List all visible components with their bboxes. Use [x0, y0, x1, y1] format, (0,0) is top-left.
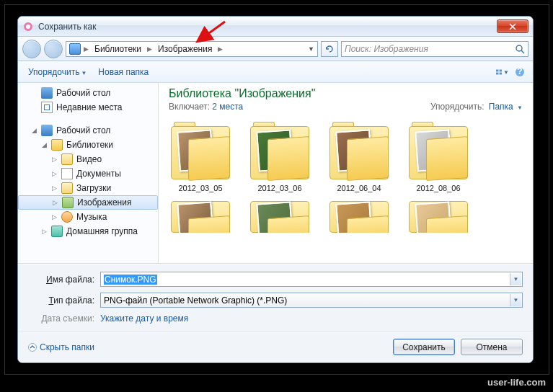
expand-icon[interactable]: ▷ [52, 199, 58, 206]
help-icon: ? [515, 67, 525, 77]
watermark: user-life.com [487, 377, 546, 388]
chevron-down-icon[interactable]: ▼ [510, 273, 521, 285]
folder-item[interactable] [169, 201, 232, 233]
close-icon [509, 23, 516, 30]
file-fields-panel: Имя файла: Снимок.PNG ▼ Тип файла: PNG-ф… [18, 264, 533, 331]
homegroup-icon [51, 226, 63, 237]
svg-rect-7 [500, 73, 502, 75]
library-title: Библиотека "Изображения" [169, 87, 523, 100]
refresh-icon [325, 45, 334, 53]
navigation-tree: Рабочий стол Недавние места ◢Рабочий сто… [18, 83, 159, 263]
chevron-right-icon: ▶ [216, 45, 224, 53]
folder-item[interactable]: 2012_03_06 [248, 126, 311, 192]
app-icon [22, 21, 34, 32]
toolbar: Упорядочить▼ Новая папка ▼ ? [18, 61, 533, 83]
folder-view[interactable]: Библиотека "Изображения" Включает: 2 мес… [159, 83, 533, 263]
hide-folders-button[interactable]: Скрыть папки [28, 342, 94, 352]
navigation-bar: ▶ Библиотеки ▶ Изображения ▶ ▼ Поиск: Из… [18, 37, 533, 61]
document-icon [61, 168, 73, 179]
close-button[interactable] [497, 19, 528, 33]
help-button[interactable]: ? [513, 65, 527, 79]
dialog-footer: Скрыть папки Сохранить Отмена [18, 331, 533, 362]
search-icon [515, 44, 525, 54]
back-button[interactable] [22, 40, 41, 58]
breadcrumb[interactable]: ▶ Библиотеки ▶ Изображения ▶ ▼ [66, 41, 318, 57]
chevron-right-icon: ▶ [146, 45, 154, 53]
folder-item[interactable] [407, 201, 470, 233]
refresh-button[interactable] [321, 41, 338, 57]
chevron-down-icon: ▼ [81, 70, 87, 76]
tree-item-documents[interactable]: ▷Документы [18, 166, 158, 181]
cancel-button[interactable]: Отмена [461, 339, 523, 355]
folder-icon [61, 153, 73, 165]
folder-item[interactable]: 2012_06_04 [327, 126, 391, 192]
svg-point-10 [29, 343, 37, 351]
expand-icon[interactable]: ▷ [51, 170, 58, 177]
svg-point-2 [516, 45, 522, 51]
expand-icon[interactable]: ▷ [51, 156, 58, 163]
folder-item[interactable]: 2012_03_05 [169, 126, 232, 192]
filename-input[interactable]: Снимок.PNG ▼ [100, 272, 523, 287]
filename-label: Имя файла: [28, 275, 100, 285]
pictures-icon [62, 197, 74, 208]
chevron-up-icon [28, 343, 37, 352]
folder-item[interactable] [248, 201, 311, 233]
svg-point-1 [26, 24, 30, 29]
titlebar[interactable]: Сохранить как [18, 17, 533, 37]
music-icon [61, 211, 73, 223]
tree-item-desktop-root[interactable]: ◢Рабочий стол [18, 123, 158, 138]
chevron-down-icon[interactable]: ▼ [510, 294, 521, 306]
tree-item-desktop[interactable]: Рабочий стол [18, 86, 158, 100]
collapse-icon[interactable]: ◢ [41, 141, 48, 148]
svg-line-3 [521, 50, 524, 53]
svg-text:?: ? [517, 67, 522, 76]
chevron-down-icon[interactable]: ▼ [308, 45, 314, 53]
folder-icon [61, 182, 73, 194]
view-options-button[interactable]: ▼ [495, 65, 510, 79]
filetype-label: Тип файла: [28, 295, 100, 306]
includes-link[interactable]: 2 места [212, 102, 243, 112]
folder-item[interactable]: 2012_08_06 [407, 126, 470, 192]
libraries-icon [51, 139, 63, 151]
svg-rect-6 [496, 73, 498, 75]
search-input[interactable]: Поиск: Изображения [341, 41, 528, 57]
tree-item-recent[interactable]: Недавние места [18, 100, 158, 115]
date-taken-label: Дата съемки: [28, 313, 100, 324]
chevron-down-icon: ▼ [503, 69, 509, 76]
recent-icon [41, 102, 53, 113]
breadcrumb-root[interactable]: Библиотеки [92, 44, 144, 54]
tree-item-video[interactable]: ▷Видео [18, 152, 158, 166]
organize-button[interactable]: Упорядочить▼ [24, 64, 91, 80]
arrange-by-dropdown[interactable]: Папка ▼ [489, 102, 523, 112]
tree-item-music[interactable]: ▷Музыка [18, 210, 158, 224]
svg-rect-5 [500, 70, 502, 72]
date-taken-link[interactable]: Укажите дату и время [100, 313, 188, 324]
tree-item-libraries[interactable]: ◢Библиотеки [18, 138, 158, 152]
expand-icon[interactable]: ▷ [51, 184, 58, 192]
arrange-by: Упорядочить: Папка ▼ [430, 102, 523, 112]
collapse-icon[interactable]: ◢ [31, 127, 37, 134]
filetype-select[interactable]: PNG-файл (Portable Network Graphic) (*.P… [100, 293, 523, 308]
desktop-icon [41, 125, 53, 136]
window-title: Сохранить как [38, 22, 96, 32]
tree-item-homegroup[interactable]: ▷Домашняя группа [18, 224, 158, 239]
desktop-icon [41, 87, 53, 99]
svg-rect-4 [496, 70, 498, 72]
tree-item-images[interactable]: ▷Изображения [18, 195, 158, 210]
chevron-down-icon: ▼ [517, 104, 523, 111]
breadcrumb-current[interactable]: Изображения [155, 44, 215, 54]
chevron-right-icon: ▶ [82, 45, 90, 53]
expand-icon[interactable]: ▷ [41, 228, 48, 235]
save-as-dialog: Сохранить как ▶ Библиотеки ▶ Изображения… [17, 16, 534, 363]
search-placeholder: Поиск: Изображения [345, 44, 428, 54]
expand-icon[interactable]: ▷ [51, 213, 58, 220]
library-icon [69, 43, 81, 55]
save-button[interactable]: Сохранить [393, 339, 455, 355]
tree-item-downloads[interactable]: ▷Загрузки [18, 181, 158, 195]
view-icon [496, 68, 502, 76]
folder-item[interactable] [327, 201, 391, 233]
new-folder-button[interactable]: Новая папка [94, 64, 153, 80]
forward-button[interactable] [44, 40, 63, 58]
